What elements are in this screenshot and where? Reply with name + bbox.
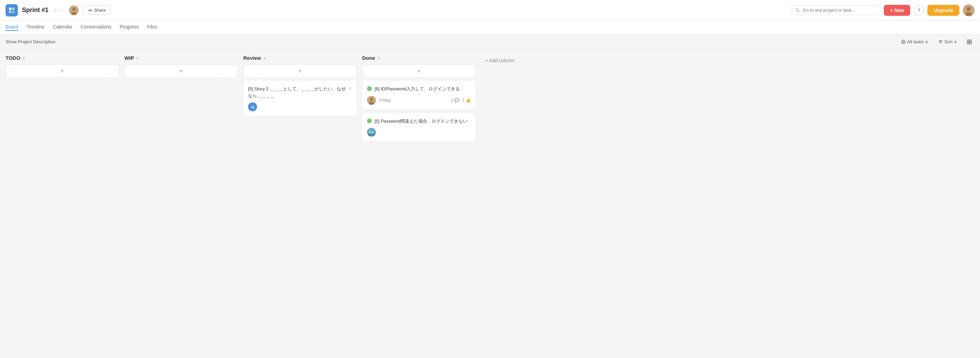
card-avatar-d1 (367, 96, 376, 105)
card-header: [5] Story 2 ＿＿＿として、＿＿＿がしたい、なぜなら＿＿＿＿ ∨ (248, 86, 352, 99)
svg-rect-14 (970, 40, 971, 41)
card-review-1[interactable]: [5] Story 2 ＿＿＿として、＿＿＿がしたい、なぜなら＿＿＿＿ ∨ xj (243, 81, 357, 116)
like-count-d1: 1 👍 (462, 98, 471, 103)
toolbar: Show Project Description All tasks ∨ Sor… (0, 34, 980, 49)
todo-chevron[interactable]: ∨ (22, 56, 25, 60)
tab-board[interactable]: Board (5, 24, 18, 31)
review-chevron[interactable]: ∨ (263, 56, 266, 60)
search-input[interactable] (803, 8, 876, 13)
tab-conversations[interactable]: Conversations (81, 24, 112, 31)
sort-icon (938, 40, 943, 44)
card-footer-d1: Friday 1 💬 1 👍 (367, 96, 471, 105)
add-task-todo[interactable]: + (5, 64, 119, 78)
new-button[interactable]: + New (884, 5, 910, 16)
card-footer-r1: xj (248, 102, 352, 111)
column-review: Review ∨ + [5] Story 2 ＿＿＿として、＿＿＿がしたい、なぜ… (243, 55, 357, 119)
tab-progress[interactable]: Progress (119, 24, 139, 31)
new-label: + New (890, 8, 904, 13)
svg-point-24 (372, 132, 374, 133)
topbar-icons: ☆ ··· (52, 7, 65, 13)
user-avatar-small (69, 5, 79, 15)
project-title: Sprint #1 (22, 6, 48, 14)
column-review-header: Review ∨ (243, 55, 357, 61)
svg-rect-0 (9, 8, 11, 10)
topbar: Sprint #1 ☆ ··· Share + New ? Upgrade (0, 0, 980, 21)
status-dot-d2 (367, 119, 372, 123)
card-done-1[interactable]: [8] ID/Password入力して、ログインできる Friday 1 💬 1… (362, 81, 476, 110)
svg-rect-16 (970, 42, 971, 44)
share-button[interactable]: Share (83, 5, 110, 15)
nav-tabs: Board Timeline Calendar Conversations Pr… (0, 21, 980, 34)
card-expand-r1[interactable]: ∨ (349, 86, 352, 91)
upgrade-button[interactable]: Upgrade (928, 5, 959, 16)
filter-icon (901, 40, 906, 44)
svg-point-23 (369, 131, 371, 132)
board: TODO ∨ + WIP ∨ + Review ∨ + [5] Story 2 … (0, 49, 980, 358)
sort-label: Sort (944, 39, 953, 44)
card-done-2[interactable]: [5] Password間違えた場合、ログインできない (362, 113, 476, 142)
svg-rect-1 (12, 8, 14, 10)
status-dot-d1 (367, 86, 372, 91)
card-reactions-d1: 1 💬 1 👍 (451, 98, 471, 103)
wip-chevron[interactable]: ∨ (136, 56, 139, 60)
search-bar (791, 5, 880, 15)
column-wip-title: WIP (124, 55, 134, 61)
card-header-d1: [8] ID/Password入力して、ログインできる (367, 86, 471, 92)
svg-rect-15 (967, 42, 969, 44)
card-header-d2: [5] Password間違えた場合、ログインできない (367, 118, 471, 125)
comment-count-d1: 1 💬 (451, 98, 460, 103)
toolbar-right: All tasks ∨ Sort ∨ (898, 38, 975, 46)
svg-point-22 (368, 131, 375, 134)
search-icon (795, 8, 800, 13)
help-label: ? (918, 8, 920, 13)
column-todo: TODO ∨ + (5, 55, 119, 81)
svg-line-8 (799, 11, 800, 12)
svg-point-5 (72, 8, 76, 11)
svg-rect-2 (9, 11, 11, 13)
add-column-button[interactable]: + Add column (481, 55, 519, 66)
card-date-d1: Friday (379, 98, 391, 103)
column-wip: WIP ∨ + (124, 55, 238, 81)
card-title-d2: [5] Password間違えた場合、ログインできない (375, 118, 471, 125)
card-avatar-r1: xj (248, 102, 257, 111)
svg-rect-13 (967, 40, 969, 41)
add-task-review[interactable]: + (243, 64, 357, 78)
user-avatar[interactable] (963, 5, 975, 16)
done-chevron[interactable]: ∨ (377, 56, 380, 60)
svg-rect-3 (12, 11, 14, 13)
svg-point-10 (967, 7, 971, 11)
more-icon[interactable]: ··· (59, 7, 65, 13)
tab-calendar[interactable]: Calendar (53, 24, 73, 31)
view-options[interactable] (964, 38, 975, 46)
all-tasks-chevron: ∨ (925, 39, 929, 44)
tab-files[interactable]: Files (147, 24, 158, 31)
column-done-title: Done (362, 55, 375, 61)
column-todo-header: TODO ∨ (5, 55, 119, 61)
card-footer-d2 (367, 128, 471, 137)
add-column-label: + Add column (485, 58, 514, 63)
add-task-done[interactable]: + (362, 64, 476, 78)
help-button[interactable]: ? (914, 5, 924, 16)
view-icon (967, 40, 972, 44)
column-review-title: Review (243, 55, 261, 61)
column-wip-header: WIP ∨ (124, 55, 238, 61)
svg-point-18 (370, 97, 373, 101)
card-title-d1: [8] ID/Password入力して、ログインできる (375, 86, 471, 92)
show-description[interactable]: Show Project Description (5, 39, 55, 44)
column-done: Done ∨ + [8] ID/Password入力して、ログインできる Fri… (362, 55, 476, 145)
upgrade-label: Upgrade (934, 8, 953, 13)
share-label: Share (94, 8, 106, 13)
star-icon[interactable]: ☆ (52, 7, 57, 13)
sort-chevron: ∨ (954, 39, 957, 44)
app-icon (5, 4, 18, 16)
tab-timeline[interactable]: Timeline (27, 24, 45, 31)
card-avatar-d2 (367, 128, 376, 137)
column-todo-title: TODO (5, 55, 20, 61)
add-task-wip[interactable]: + (124, 64, 238, 78)
all-tasks-filter[interactable]: All tasks ∨ (898, 38, 931, 46)
column-done-header: Done ∨ (362, 55, 476, 61)
all-tasks-label: All tasks (907, 39, 924, 44)
sort-button[interactable]: Sort ∨ (935, 38, 960, 46)
card-title-r1: [5] Story 2 ＿＿＿として、＿＿＿がしたい、なぜなら＿＿＿＿ (248, 86, 346, 99)
card-meta-d1: Friday (367, 96, 391, 105)
